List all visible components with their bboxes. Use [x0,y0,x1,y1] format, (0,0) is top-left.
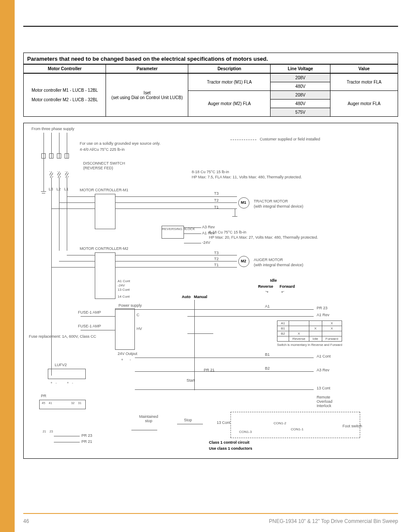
label-lufv2: LUFV2 [55,363,67,367]
wire [59,177,59,251]
wire [44,159,44,191]
wire [135,358,314,358]
label-mc1: MOTOR CONTROLLER-M1 [80,188,128,192]
label-l1: L1 [64,187,68,191]
label-t3: T3 [214,251,219,255]
label-integral-m1: (with integral thermal device) [254,204,303,208]
cell-desc-m1: Tractor motor (M1) FLA [188,73,271,91]
dashed-box-l [230,412,231,438]
cell: B2 [277,331,289,336]
label-reverse: Reverse [258,284,273,289]
label-forward: Forward [280,284,295,289]
label-c: C [137,313,140,317]
label-auger-motor: AUGER MOTOR [254,258,283,262]
wire [177,424,203,424]
label-plus-icon: + [67,381,69,385]
label-tractor-motor: TRACTOR MOTOR [254,199,288,203]
cell: X [309,326,322,331]
label-start: Start [187,378,195,383]
parameters-table-container: Parameters that need to be changed based… [23,53,398,117]
wire [194,300,195,390]
wire [184,243,201,243]
label-from-supply: From three phase supply [31,127,75,131]
label-con1-1: CON1-1 [291,427,303,431]
wire [67,177,67,251]
switch-truth-table: A1X B1XX B2X ReverseIdleForward [277,320,342,342]
cell-volt: 480V [271,82,330,91]
label-l3: L3 [49,187,53,191]
disconnect-box [49,153,53,159]
col-header-param: Parameter [106,64,188,73]
label-a1: A1 [265,304,270,308]
cell-volt: 480V [271,100,330,108]
wire [115,202,237,203]
label-t1: T1 [214,263,219,267]
label-b1: B1 [265,352,270,357]
bottom-rule [23,513,398,514]
top-rule [23,26,398,27]
cell-param: Iset (set using Dial on Control Unit LUC… [106,73,188,116]
label-tiny-45: 45 [42,401,45,404]
wire [54,442,80,442]
wire [187,333,213,334]
disconnect-box [57,153,61,159]
label-m1-wire: 8-18 Cu 75°C 15 lb-in [192,170,229,174]
wire [115,309,314,310]
wire [202,196,237,197]
label-minus-icon: - [130,358,131,362]
label-tiny-31: 31 [78,401,81,404]
label-m1-spec: HP Max: 7.5, FLA Max: 11, Volts Max: 480… [192,175,302,179]
fuse-symbol [50,171,53,177]
page-number: 46 [23,518,29,524]
cell-value-m2: Auger motor FLA [330,91,398,117]
col-header-desc: Description [188,64,271,73]
footer-pnref: PNEG-1934 10" & 12" Top Drive Commercial… [269,518,398,524]
label-b2: B2 [265,366,270,370]
label-hv: HV [137,327,142,331]
label-m2: M2 [241,259,246,263]
wire [115,267,237,268]
wire [51,267,95,268]
label-pr21: PR 21 [204,368,215,372]
wire [184,233,201,234]
parameters-table: Motor Controller Parameter Description L… [24,64,398,116]
wire [81,316,115,317]
motor-controller-m1 [95,194,115,229]
label-23: 23 [50,430,53,433]
label-pr23: PR 23 [317,306,327,310]
label-class1b: Use class 1 conductors [209,446,252,451]
wire [67,196,95,197]
label-t1: T1 [214,205,219,209]
wire [51,208,95,209]
label-remote-ovl: RemoteOverloadInterlock [317,395,351,408]
wire [59,202,95,203]
label-wye: For use on a solidly grounded wye source… [80,141,160,146]
wire [232,216,237,217]
wire [115,261,237,261]
reversing-block: REVERSING BLOCK [162,226,184,239]
label-a3rev-right: A3 Rev [317,368,330,372]
cell: Forward [322,336,342,342]
cell: B1 [277,326,289,331]
wire [54,436,80,436]
label-manual: Manual [194,295,207,299]
wiring-schematic: From three phase supply For use on a sol… [23,123,398,459]
wire [42,193,45,193]
label-21: 21 [43,430,46,433]
wire [115,255,237,255]
dashed-box-top [230,412,360,412]
cell: A1 [277,321,289,326]
label-t3: T3 [214,191,219,196]
wire [41,191,46,192]
label-idle: Idle [270,278,277,283]
cell: Idle [309,336,322,342]
cell-volt: 575V [271,108,330,117]
label-13cont: 13 Cont [317,386,330,390]
label-l2: L2 [56,187,61,191]
label-minus24v: -24V [202,240,210,245]
label-customer-supplied: Customer supplied or field installed [260,137,320,141]
label-tiny-32: 32 [71,401,75,404]
label-a1cont: A1 Cont [118,279,130,283]
cell-mc: Motor controller M1 - LUCB - 12BL Motor … [24,73,106,116]
wire [187,316,314,317]
